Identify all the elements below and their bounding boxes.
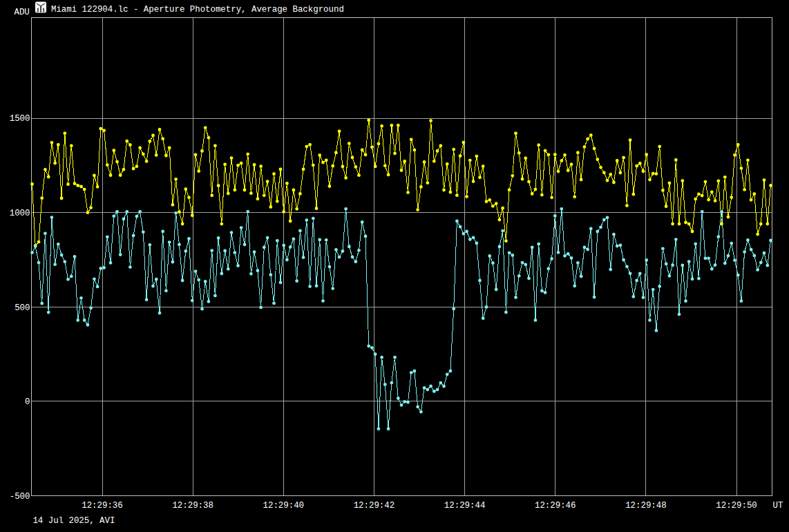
svg-text:12:29:48: 12:29:48 bbox=[625, 501, 667, 511]
svg-text:12:29:40: 12:29:40 bbox=[263, 501, 305, 511]
svg-text:UT: UT bbox=[773, 501, 783, 511]
svg-text:12:29:42: 12:29:42 bbox=[354, 501, 395, 511]
svg-text:500: 500 bbox=[15, 303, 30, 313]
svg-text:12:29:46: 12:29:46 bbox=[535, 501, 576, 511]
svg-text:ADU: ADU bbox=[15, 8, 30, 17]
svg-text:12:29:38: 12:29:38 bbox=[172, 501, 213, 511]
svg-text:12:29:44: 12:29:44 bbox=[444, 501, 486, 511]
svg-text:12:29:36: 12:29:36 bbox=[82, 501, 123, 511]
svg-text:14 Jul 2025, AVI: 14 Jul 2025, AVI bbox=[32, 516, 115, 526]
svg-text:1000: 1000 bbox=[10, 209, 30, 218]
svg-text:1500: 1500 bbox=[10, 114, 30, 124]
svg-text:-500: -500 bbox=[10, 492, 30, 502]
svg-text:0: 0 bbox=[25, 397, 30, 407]
svg-text:12:29:50: 12:29:50 bbox=[716, 501, 757, 511]
svg-text:Miami 122904.lc - Aperture Pho: Miami 122904.lc - Aperture Photometry, A… bbox=[51, 5, 344, 15]
